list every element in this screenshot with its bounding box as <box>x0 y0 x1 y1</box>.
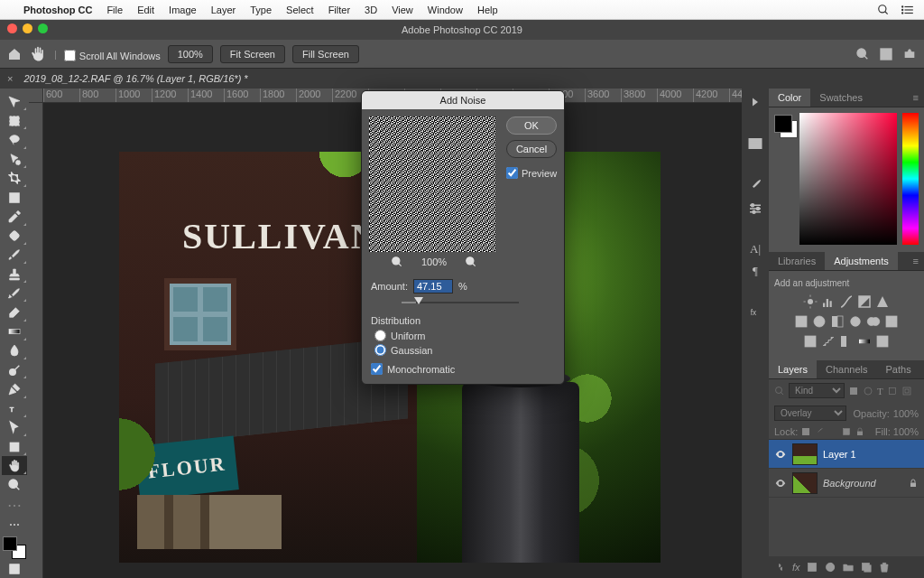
zoom-100-button[interactable]: 100% <box>168 45 213 63</box>
close-tab-icon[interactable]: × <box>7 73 13 84</box>
brightness-icon[interactable] <box>802 294 818 310</box>
delete-layer-icon[interactable] <box>878 561 891 573</box>
lock-pixels-icon[interactable] <box>814 426 825 437</box>
hand-tool[interactable] <box>2 456 27 475</box>
glyphs-panel-icon[interactable]: fx <box>747 303 763 320</box>
uniform-radio[interactable]: Uniform <box>374 330 555 341</box>
crop-tool[interactable] <box>2 169 27 188</box>
amount-input[interactable] <box>413 279 453 294</box>
pixel-filter-icon[interactable] <box>848 386 859 396</box>
lock-transparent-icon[interactable] <box>800 426 811 437</box>
preview-checkbox[interactable]: Preview <box>506 167 557 179</box>
eyedropper-tool[interactable] <box>2 207 27 226</box>
menu-type[interactable]: Type <box>250 5 272 15</box>
link-layers-icon[interactable] <box>774 561 787 573</box>
lock-all-icon[interactable] <box>855 426 865 437</box>
zoom-tool[interactable] <box>2 475 27 494</box>
zoom-in-icon[interactable] <box>465 256 477 268</box>
move-tool[interactable] <box>2 92 27 111</box>
traffic-lights[interactable] <box>7 23 48 33</box>
adj-layer-icon[interactable] <box>824 561 836 573</box>
menu-file[interactable]: File <box>106 5 123 15</box>
menu-3d[interactable]: 3D <box>365 5 377 15</box>
panel-menu-icon[interactable]: ≡ <box>920 360 924 378</box>
monochromatic-checkbox[interactable]: Monochromatic <box>371 363 555 375</box>
menu-window[interactable]: Window <box>428 5 463 15</box>
layers-tab[interactable]: Layers <box>769 360 817 378</box>
amount-slider[interactable] <box>402 297 519 308</box>
layer-thumbnail[interactable] <box>792 472 818 494</box>
foreground-background-colors[interactable] <box>3 536 26 559</box>
dodge-tool[interactable] <box>2 360 27 379</box>
cancel-button[interactable]: Cancel <box>506 140 557 158</box>
shape-filter-icon[interactable] <box>887 386 898 396</box>
gaussian-radio[interactable]: Gaussian <box>374 344 555 356</box>
new-layer-icon[interactable] <box>860 561 873 573</box>
type-tool[interactable]: T <box>2 399 27 418</box>
character-panel-icon[interactable]: A| <box>750 242 761 256</box>
exposure-icon[interactable] <box>856 294 873 310</box>
posterize-icon[interactable] <box>820 333 836 350</box>
bw-icon[interactable] <box>829 313 845 330</box>
quick-select-tool[interactable] <box>2 150 27 169</box>
search-bar-icon[interactable] <box>855 47 870 61</box>
fit-screen-button[interactable]: Fit Screen <box>220 45 285 63</box>
type-filter-icon[interactable]: T <box>877 386 883 396</box>
vibrance-icon[interactable] <box>874 294 891 310</box>
search-icon[interactable] <box>774 386 785 396</box>
path-select-tool[interactable] <box>2 418 27 437</box>
mask-icon[interactable] <box>806 561 818 573</box>
paths-tab[interactable]: Paths <box>877 360 920 378</box>
layer-row-layer1[interactable]: Layer 1 <box>769 440 924 469</box>
panel-menu-icon[interactable]: ≡ <box>908 252 924 270</box>
shape-tool[interactable] <box>2 437 27 456</box>
brush-settings-icon[interactable] <box>747 200 763 217</box>
stamp-tool[interactable] <box>2 265 27 284</box>
color-tab[interactable]: Color <box>769 89 810 107</box>
blur-tool[interactable] <box>2 341 27 360</box>
gradient-map-icon[interactable] <box>856 333 873 350</box>
menu-select[interactable]: Select <box>286 5 314 15</box>
brush-tool[interactable] <box>2 246 27 265</box>
swatches-tab[interactable]: Swatches <box>810 89 872 107</box>
visibility-icon[interactable] <box>774 448 787 461</box>
group-icon[interactable] <box>842 561 855 573</box>
menu-filter[interactable]: Filter <box>328 5 350 15</box>
dialog-titlebar[interactable]: Add Noise <box>362 91 564 109</box>
menu-help[interactable]: Help <box>477 5 498 15</box>
blend-mode-select[interactable]: Overlay <box>774 406 846 421</box>
hand-tool-icon[interactable] <box>29 45 47 63</box>
smart-filter-icon[interactable] <box>901 386 912 396</box>
threshold-icon[interactable] <box>838 333 855 350</box>
fill-value[interactable]: 100% <box>893 426 919 437</box>
expand-panels-icon[interactable] <box>747 94 763 110</box>
menu-icon[interactable] <box>901 4 915 16</box>
brush-panel-icon[interactable] <box>747 177 763 193</box>
fx-icon[interactable]: fx <box>792 562 800 573</box>
menu-view[interactable]: View <box>392 5 413 15</box>
history-brush-tool[interactable] <box>2 284 27 303</box>
workspace-icon[interactable] <box>879 47 893 61</box>
fill-screen-button[interactable]: Fill Screen <box>292 45 359 63</box>
layer-row-background[interactable]: Background <box>769 469 924 498</box>
selective-color-icon[interactable] <box>874 333 891 350</box>
layer-name[interactable]: Background <box>823 478 876 489</box>
paragraph-panel-icon[interactable]: ¶ <box>753 264 758 278</box>
layer-filter-select[interactable]: Kind <box>789 383 845 398</box>
adjustments-tab[interactable]: Adjustments <box>825 252 898 270</box>
share-icon[interactable] <box>902 47 917 61</box>
levels-icon[interactable] <box>820 294 836 310</box>
eraser-tool[interactable] <box>2 303 27 322</box>
lasso-tool[interactable] <box>2 130 27 149</box>
ok-button[interactable]: OK <box>506 117 557 135</box>
document-tab[interactable]: × 2019_08_12-2.RAF @ 16.7% (Layer 1, RGB… <box>0 69 924 89</box>
layer-name[interactable]: Layer 1 <box>823 449 856 460</box>
search-icon[interactable] <box>877 4 890 16</box>
menu-edit[interactable]: Edit <box>137 5 154 15</box>
color-panel[interactable] <box>769 107 924 252</box>
color-lookup-icon[interactable] <box>883 313 900 330</box>
marquee-tool[interactable] <box>2 111 27 130</box>
menu-layer[interactable]: Layer <box>211 5 236 15</box>
menu-image[interactable]: Image <box>169 5 197 15</box>
lock-position-icon[interactable] <box>827 426 838 437</box>
